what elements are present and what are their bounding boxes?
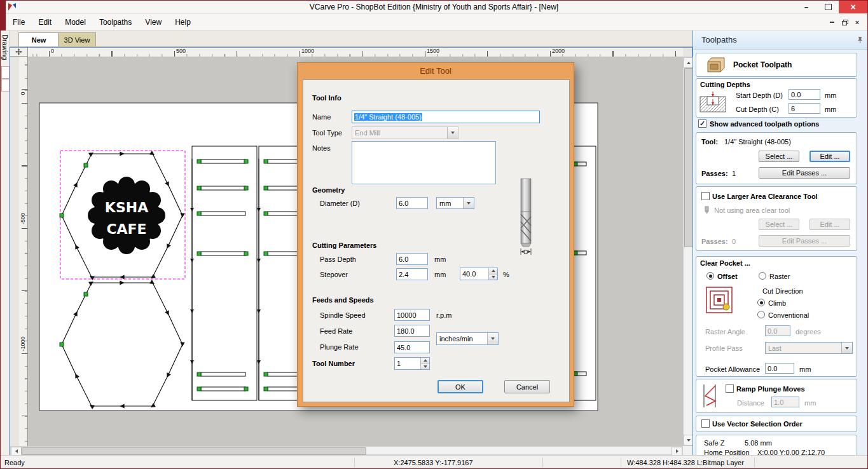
edit-passes-button[interactable]: Edit Passes ... (759, 167, 850, 179)
ramp-distance-input[interactable]: 1.0 (771, 397, 799, 407)
clearance-edit-button[interactable]: Edit ... (809, 219, 850, 230)
mdi-close-button[interactable]: × (852, 18, 862, 27)
start-depth-input[interactable]: 0.0 (789, 89, 820, 100)
feeds-speeds-section-title: Feeds and Speeds (312, 296, 374, 304)
ramp-plunge-checkbox[interactable] (726, 384, 734, 393)
notes-textarea[interactable] (352, 141, 496, 184)
pass-depth-label: Pass Depth (320, 255, 356, 263)
raster-angle-input[interactable]: 0.0 (765, 325, 790, 336)
menu-toolpaths[interactable]: Toolpaths (93, 14, 137, 27)
dialog-title[interactable]: Edit Tool (298, 63, 574, 79)
cut-direction-label: Cut Direction (762, 287, 803, 295)
mdi-restore-button[interactable] (839, 18, 850, 27)
larger-area-clearance-checkbox[interactable] (701, 192, 710, 200)
tool-name-input[interactable]: 1/4" Straight (48-005) (352, 111, 540, 123)
tab-3d-view[interactable]: 3D View (58, 32, 96, 46)
arrow-up-icon (687, 62, 691, 64)
vector-order-checkbox[interactable] (701, 419, 710, 428)
pocket-allowance-input[interactable]: 0.0 (765, 363, 794, 374)
status-cursor-coords: X:2475.5833 Y:-177.9167 (394, 459, 473, 466)
conventional-radio[interactable] (757, 311, 765, 318)
diameter-units-dropdown[interactable]: mm (436, 197, 474, 209)
tool-edit-button[interactable]: Edit ... (809, 151, 850, 162)
notes-label: Notes (312, 144, 331, 152)
cut-depth-input[interactable]: 6 (789, 103, 820, 114)
menu-file[interactable]: File (7, 14, 31, 27)
stepover-label: Stepover (320, 271, 348, 278)
show-advanced-checkbox[interactable]: ✓ (698, 119, 706, 128)
show-advanced-label: Show advanced toolpath options (710, 120, 819, 128)
side-swatch-2[interactable] (1, 79, 10, 92)
menu-edit[interactable]: Edit (32, 14, 57, 27)
clearance-select-button[interactable]: Select ... (759, 219, 799, 230)
drawing-tab[interactable]: Drawing (1, 34, 9, 60)
spin-up-icon[interactable] (489, 268, 497, 274)
passes-label: Passes: (701, 170, 728, 177)
spin-up-icon[interactable] (421, 358, 429, 364)
stepover-input[interactable]: 2.4 (396, 268, 428, 280)
stepover-percent-spinner[interactable]: 40.0 (460, 268, 498, 280)
ramp-distance-units: mm (804, 399, 816, 407)
feed-rate-input[interactable]: 180.0 (394, 325, 430, 337)
side-swatch-1[interactable] (1, 66, 10, 79)
profile-pass-dropdown[interactable]: Last (765, 342, 853, 354)
pocket-allowance-label: Pocket Allowance (705, 365, 760, 373)
vertical-ruler: 0 -500 -1000 (19, 57, 28, 446)
dialog-body: Tool Info Name 1/4" Straight (48-005) To… (303, 79, 570, 402)
offset-radio[interactable] (706, 272, 714, 280)
menu-model[interactable]: Model (59, 14, 92, 27)
maximize-button[interactable] (818, 1, 838, 13)
vertical-scroll-thumb[interactable] (684, 68, 693, 247)
pass-depth-input[interactable]: 6.0 (396, 253, 428, 265)
diameter-input[interactable]: 6.0 (396, 197, 428, 209)
tool-select-button[interactable]: Select ... (759, 151, 799, 162)
menu-bar: File Edit Model Toolpaths View Help × (1, 14, 867, 31)
minimize-button[interactable]: – (796, 1, 816, 13)
climb-radio[interactable] (757, 299, 765, 306)
pocket-toolpath-icon (706, 57, 726, 73)
feed-units-dropdown[interactable]: inches/min (436, 332, 499, 345)
svg-text:KSHA: KSHA (105, 200, 148, 215)
horizontal-scrollbar[interactable] (10, 446, 683, 455)
tool-info-section-title: Tool Info (312, 94, 341, 102)
scroll-right-button[interactable] (672, 447, 682, 456)
tool-label: Tool: (701, 138, 718, 146)
toolpaths-header: Toolpaths (693, 31, 868, 50)
raster-radio[interactable] (759, 272, 766, 280)
move-cross-icon (15, 48, 22, 55)
plunge-rate-input[interactable]: 45.0 (394, 341, 430, 353)
drawing-side-strip: Drawing (1, 31, 10, 455)
clear-pocket-card: Clear Pocket ... Offset Raster Cut Direc… (696, 256, 857, 377)
spin-down-icon[interactable] (489, 274, 497, 280)
pocket-allowance-units: mm (799, 365, 811, 373)
ok-button[interactable]: OK (437, 380, 483, 393)
raster-angle-label: Raster Angle (705, 328, 745, 336)
diameter-label: Diameter (D) (320, 200, 360, 207)
tool-type-label: Tool Type (312, 129, 342, 137)
ramp-distance-label: Distance (737, 399, 764, 407)
menu-view[interactable]: View (139, 14, 167, 27)
horizontal-scroll-thumb[interactable] (22, 447, 366, 455)
vector-order-label: Use Vector Selection Order (712, 420, 803, 428)
spindle-speed-input[interactable]: 10000 (394, 309, 430, 321)
tool-number-spinner[interactable]: 1 (394, 357, 430, 370)
stepover-units: mm (434, 271, 446, 278)
svg-text:D: D (524, 249, 528, 255)
scroll-left-button[interactable] (11, 447, 22, 456)
spin-down-icon[interactable] (421, 364, 429, 370)
horizontal-ruler: 0 500 1000 1500 2000 (28, 48, 683, 57)
vertical-scrollbar[interactable] (683, 57, 693, 446)
check-icon: ✓ (699, 120, 705, 127)
close-button[interactable]: × (839, 1, 867, 13)
tool-type-dropdown[interactable]: End Mill (352, 126, 458, 139)
ruler-origin-box[interactable] (10, 48, 28, 57)
tab-new[interactable]: New (18, 32, 59, 46)
ramp-icon (701, 383, 718, 409)
cancel-button[interactable]: Cancel (504, 380, 550, 393)
stepover-percent-units: % (503, 271, 509, 278)
mdi-minimize-button[interactable] (827, 18, 837, 27)
pin-icon[interactable] (856, 36, 864, 44)
menu-help[interactable]: Help (169, 14, 196, 27)
arrow-left-icon (15, 449, 18, 453)
clearance-edit-passes-button[interactable]: Edit Passes ... (759, 235, 850, 247)
